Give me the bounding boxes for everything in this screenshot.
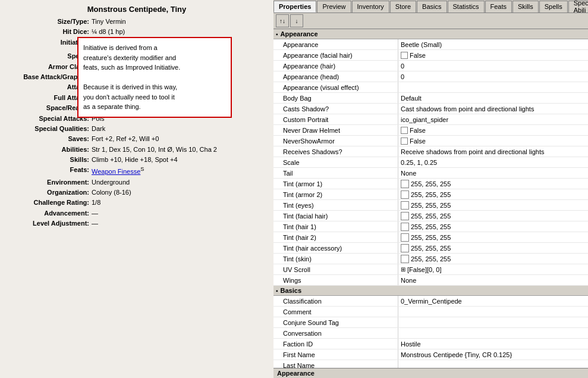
table-row: Classification0_Vermin_Centipede: [273, 296, 588, 307]
table-row: Tint (hair 1)255, 255, 255: [273, 221, 588, 232]
prop-value: Receive shadows from point and direction…: [398, 146, 588, 157]
prop-name: Appearance (head): [273, 71, 398, 82]
organization-label: Organization:: [6, 188, 89, 197]
armor-class-label: Armor Class:: [6, 63, 89, 71]
prop-value: [398, 317, 588, 327]
prop-name: Tint (eyes): [273, 200, 398, 210]
prop-value: 255, 255, 255: [398, 200, 588, 210]
prop-name: Last Name: [273, 360, 398, 368]
color-box[interactable]: [401, 233, 409, 242]
checkbox-indicator[interactable]: [401, 52, 408, 59]
prop-value: 255, 255, 255: [398, 232, 588, 242]
feats-value: Weapon FinesseS: [92, 165, 268, 176]
prop-value: ⊞[False][0, 0]: [398, 264, 588, 274]
special-qualities-value: Dark: [92, 124, 268, 133]
special-qualities-label: Special Qualities:: [6, 124, 89, 133]
expand-button[interactable]: ⊞: [401, 266, 405, 273]
prop-value: Hostile: [398, 339, 588, 349]
prop-name: Never Draw Helmet: [273, 125, 398, 135]
prop-name: Tint (armor 2): [273, 189, 398, 199]
prop-name: Faction ID: [273, 339, 398, 349]
table-row: Tint (hair accessory)255, 255, 255: [273, 243, 588, 254]
prop-value: None: [398, 275, 588, 285]
tooltip-line1: Initiative is derived from a: [83, 44, 158, 51]
prop-value: False: [398, 50, 588, 60]
sort-button[interactable]: ↑↓: [276, 14, 289, 27]
special-attacks-label: Special Attacks:: [6, 114, 89, 123]
prop-name: Scale: [273, 157, 398, 167]
tab-store[interactable]: Store: [390, 1, 416, 13]
hit-dice-label: Hit Dice:: [6, 27, 89, 36]
checkbox-indicator[interactable]: [401, 138, 408, 145]
creature-title: Monstrous Centipede, Tiny: [6, 5, 268, 14]
prop-name: Appearance (facial hair): [273, 50, 398, 60]
prop-name: Tint (hair 2): [273, 232, 398, 242]
tab-skills[interactable]: Skills: [512, 1, 539, 13]
basics-section-header[interactable]: ▪ Basics: [273, 286, 588, 296]
speed-label: Speed:: [6, 52, 89, 61]
table-row: Appearance (head)0: [273, 71, 588, 82]
table-row: Faction IDHostile: [273, 339, 588, 349]
initiative-label: Initiative:: [6, 38, 89, 51]
color-box[interactable]: [401, 180, 409, 188]
appearance-section-header[interactable]: ▪ Appearance: [273, 29, 588, 39]
status-bar: Appearance: [273, 368, 588, 378]
attack-label: Attack:: [6, 83, 89, 92]
prop-name: UV Scroll: [273, 264, 398, 274]
tab-statistics[interactable]: Statistics: [448, 1, 485, 13]
color-box[interactable]: [401, 223, 409, 231]
environment-value: Underground: [92, 178, 268, 187]
tab-properties[interactable]: Properties: [273, 1, 316, 13]
toolbar: ↑↓ ↓: [273, 13, 588, 29]
prop-name: Tint (armor 1): [273, 179, 398, 189]
tab-preview[interactable]: Preview: [317, 1, 351, 13]
color-box[interactable]: [401, 201, 409, 210]
prop-name: Tint (facial hair): [273, 211, 398, 221]
prop-name: Conversation: [273, 328, 398, 338]
color-box[interactable]: [401, 244, 409, 252]
table-row: Conjure Sound Tag: [273, 317, 588, 328]
prop-name: Comment: [273, 307, 398, 317]
basics-section-title: Basics: [281, 287, 301, 294]
color-box[interactable]: [401, 255, 409, 263]
prop-name: Custom Portrait: [273, 114, 398, 124]
table-row: Appearance (hair)0: [273, 61, 588, 71]
feats-link[interactable]: Weapon Finesse: [92, 168, 140, 175]
table-row: UV Scroll⊞[False][0, 0]: [273, 264, 588, 275]
checkbox-indicator[interactable]: [401, 127, 408, 134]
prop-name: Casts Shadow?: [273, 104, 398, 114]
hit-dice-value: ¼ d8 (1 hp): [92, 27, 268, 36]
tab-special-abili[interactable]: Special Abili: [568, 1, 588, 13]
prop-value: False: [398, 125, 588, 135]
prop-name: First Name: [273, 349, 398, 360]
table-row: Appearance (facial hair)False: [273, 50, 588, 61]
filter-button[interactable]: ↓: [290, 14, 303, 27]
color-box[interactable]: [401, 212, 409, 220]
prop-value: 255, 255, 255: [398, 243, 588, 253]
tab-spells[interactable]: Spells: [539, 1, 568, 13]
properties-area[interactable]: ▪ Appearance AppearanceBeetle (Small)App…: [273, 29, 588, 368]
saves-value: Fort +2, Ref +2, Will +0: [92, 135, 268, 143]
color-box[interactable]: [401, 190, 409, 199]
prop-value: 255, 255, 255: [398, 189, 588, 199]
tab-feats[interactable]: Feats: [485, 1, 512, 13]
abilities-value: Str 1, Dex 15, Con 10, Int Ø, Wis 10, Ch…: [92, 145, 268, 154]
table-row: Tint (armor 1)255, 255, 255: [273, 179, 588, 189]
table-row: Appearance (visual effect): [273, 82, 588, 93]
basics-properties: Classification0_Vermin_CentipedeCommentC…: [273, 296, 588, 368]
tooltip-line2: creature's dexterity modifier and: [83, 54, 176, 61]
tab-basics[interactable]: Basics: [417, 1, 446, 13]
table-row: TailNone: [273, 168, 588, 179]
table-row: First NameMonstrous Centipede {Tiny, CR …: [273, 349, 588, 360]
basics-toggle-icon: ▪: [276, 288, 278, 294]
status-label: Appearance: [277, 370, 315, 377]
skills-label: Skills:: [6, 155, 89, 164]
table-row: Receives Shadows?Receive shadows from po…: [273, 146, 588, 157]
tab-inventory[interactable]: Inventory: [352, 1, 389, 13]
prop-value: 0.25, 1, 0.25: [398, 157, 588, 167]
prop-value: Beetle (Small): [398, 39, 588, 49]
challenge-rating-value: 1/8: [92, 198, 268, 207]
tab-bar: Properties Preview Inventory Store Basic…: [273, 0, 588, 13]
table-row: Last Name: [273, 360, 588, 368]
size-type-value: Tiny Vermin: [92, 17, 268, 26]
